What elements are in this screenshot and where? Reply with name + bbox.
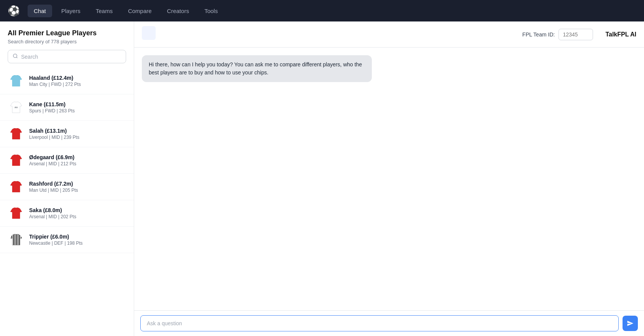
- sidebar-title: All Premier League Players: [8, 29, 126, 37]
- list-item[interactable]: Rashford (£7.2m) Man Utd | MID | 205 Pts: [0, 174, 134, 200]
- fpl-team-input[interactable]: [559, 29, 593, 40]
- svg-text:AIA: AIA: [15, 106, 18, 109]
- main-layout: All Premier League Players Search direct…: [0, 21, 644, 336]
- nav-chat[interactable]: Chat: [28, 5, 52, 17]
- fpl-team-label: FPL Team ID:: [522, 31, 555, 38]
- navbar: ⚽ Chat Players Teams Compare Creators To…: [0, 0, 644, 21]
- sidebar-header: All Premier League Players Search direct…: [0, 21, 134, 68]
- player-jersey: [8, 152, 25, 169]
- send-button[interactable]: [623, 316, 638, 331]
- player-meta: Newcastle | DEF | 198 Pts: [29, 240, 126, 246]
- chat-input[interactable]: [140, 315, 619, 331]
- player-list: Haaland (£12.4m) Man City | FWD | 272 Pt…: [0, 68, 134, 336]
- player-name: Rashford (£7.2m): [29, 181, 126, 187]
- sidebar: All Premier League Players Search direct…: [0, 21, 134, 336]
- player-name: Ødegaard (£6.9m): [29, 154, 126, 160]
- search-input[interactable]: [21, 54, 121, 60]
- player-meta: Man Utd | MID | 205 Pts: [29, 188, 126, 193]
- player-meta: Spurs | FWD | 263 Pts: [29, 108, 126, 114]
- welcome-message: Hi there, how can I help you today? You …: [142, 55, 372, 82]
- player-info: Saka (£8.0m) Arsenal | MID | 202 Pts: [29, 207, 126, 219]
- player-info: Kane (£11.5m) Spurs | FWD | 263 Pts: [29, 101, 126, 114]
- nav-teams[interactable]: Teams: [90, 5, 119, 17]
- player-name: Saka (£8.0m): [29, 207, 126, 213]
- chat-area: 🏆 FPL Team ID: TalkFPL AI Hi there, how …: [134, 21, 644, 336]
- list-item[interactable]: Saka (£8.0m) Arsenal | MID | 202 Pts: [0, 200, 134, 227]
- player-name: Kane (£11.5m): [29, 101, 126, 107]
- list-item[interactable]: Haaland (£12.4m) Man City | FWD | 272 Pt…: [0, 68, 134, 94]
- nav-compare[interactable]: Compare: [122, 5, 158, 17]
- send-icon: [627, 320, 634, 327]
- list-item[interactable]: Ødegaard (£6.9m) Arsenal | MID | 212 Pts: [0, 147, 134, 174]
- list-item[interactable]: Salah (£13.1m) Liverpool | MID | 239 Pts: [0, 121, 134, 147]
- player-name: Trippier (£6.0m): [29, 234, 126, 240]
- player-jersey: [8, 72, 25, 89]
- nav-players[interactable]: Players: [55, 5, 87, 17]
- player-info: Ødegaard (£6.9m) Arsenal | MID | 212 Pts: [29, 154, 126, 166]
- list-item[interactable]: Trippier (£6.0m) Newcastle | DEF | 198 P…: [0, 227, 134, 253]
- app-title: TalkFPL AI: [605, 31, 636, 38]
- player-meta: Liverpool | MID | 239 Pts: [29, 135, 126, 140]
- player-info: Rashford (£7.2m) Man Utd | MID | 205 Pts: [29, 181, 126, 193]
- player-jersey: [8, 125, 25, 142]
- app-logo: ⚽: [6, 3, 21, 18]
- player-jersey: [8, 205, 25, 222]
- search-icon: [13, 53, 18, 60]
- player-info: Trippier (£6.0m) Newcastle | DEF | 198 P…: [29, 234, 126, 246]
- svg-line-1: [16, 57, 18, 58]
- nav-creators[interactable]: Creators: [161, 5, 196, 17]
- player-info: Salah (£13.1m) Liverpool | MID | 239 Pts: [29, 128, 126, 140]
- player-meta: Arsenal | MID | 202 Pts: [29, 214, 126, 219]
- player-jersey: AIA: [8, 99, 25, 116]
- player-name: Salah (£13.1m): [29, 128, 126, 134]
- sidebar-subtitle: Search directory of 778 players: [8, 39, 126, 44]
- chat-logo-icon: 🏆: [142, 26, 156, 43]
- player-info: Haaland (£12.4m) Man City | FWD | 272 Pt…: [29, 75, 126, 87]
- player-meta: Arsenal | MID | 212 Pts: [29, 161, 126, 166]
- chat-input-area: [134, 310, 644, 336]
- svg-point-0: [13, 54, 17, 58]
- player-name: Haaland (£12.4m): [29, 75, 126, 81]
- fpl-team-section: FPL Team ID:: [522, 29, 593, 40]
- chat-header: 🏆 FPL Team ID: TalkFPL AI: [134, 21, 644, 48]
- nav-tools[interactable]: Tools: [198, 5, 224, 17]
- svg-rect-5: [142, 26, 156, 40]
- player-jersey: [8, 231, 25, 248]
- player-jersey: [8, 178, 25, 195]
- list-item[interactable]: AIA Kane (£11.5m) Spurs | FWD | 263 Pts: [0, 94, 134, 121]
- chat-messages: Hi there, how can I help you today? You …: [134, 48, 644, 310]
- search-box: [8, 50, 126, 63]
- player-meta: Man City | FWD | 272 Pts: [29, 82, 126, 87]
